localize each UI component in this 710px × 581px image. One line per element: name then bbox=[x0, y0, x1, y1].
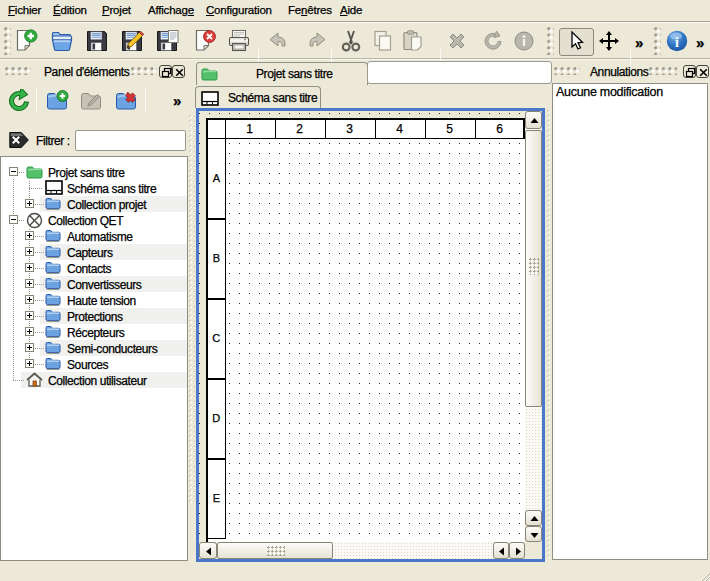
svg-text:i: i bbox=[675, 35, 679, 50]
